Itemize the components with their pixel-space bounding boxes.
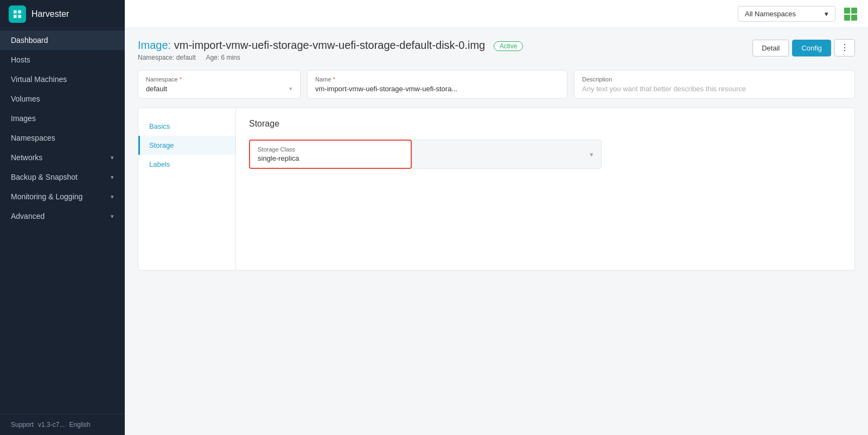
required-marker: * (180, 76, 182, 83)
support-link[interactable]: Support (11, 421, 34, 428)
name-value: vm-import-vmw-uefi-storage-vmw-uefi-stor… (315, 85, 559, 93)
svg-rect-1 (851, 8, 857, 14)
page-header: Image: vm-import-vmw-uefi-storage-vmw-ue… (138, 39, 855, 61)
app-name: Harvester (31, 9, 69, 19)
required-marker: * (333, 76, 335, 83)
page-content: Image: vm-import-vmw-uefi-storage-vmw-ue… (125, 28, 868, 435)
sidebar-item-namespaces[interactable]: Namespaces (0, 128, 125, 148)
sidebar-item-label: Dashboard (11, 36, 48, 45)
sidebar-item-networks[interactable]: Networks ▾ (0, 148, 125, 167)
description-label: Description (582, 76, 847, 83)
sidebar-item-advanced[interactable]: Advanced ▾ (0, 206, 125, 226)
namespace-selector[interactable]: All Namespaces ▾ (738, 6, 835, 22)
chevron-down-icon: ▾ (111, 154, 114, 161)
storage-class-label: Storage Class (258, 146, 403, 153)
grid-view-icon[interactable] (842, 5, 859, 23)
storage-section-title: Storage (249, 119, 841, 129)
detail-button[interactable]: Detail (752, 40, 789, 56)
sidebar-item-label: Advanced (11, 212, 44, 220)
svg-rect-2 (844, 15, 850, 21)
sidebar-item-label: Volumes (11, 94, 40, 103)
sidebar-item-hosts[interactable]: Hosts (0, 50, 125, 70)
config-nav-labels[interactable]: Labels (138, 155, 235, 174)
namespace-selector-label: All Namespaces (745, 10, 796, 18)
status-badge: Active (494, 41, 524, 51)
version-text: v1.3-c7... (38, 421, 65, 428)
sidebar: Harvester Dashboard Hosts Virtual Machin… (0, 0, 125, 435)
topbar: All Namespaces ▾ (125, 0, 868, 28)
description-value: Any text you want that better describes … (582, 85, 847, 93)
chevron-down-icon: ▾ (111, 193, 114, 200)
page-title: Image: vm-import-vmw-uefi-storage-vmw-ue… (138, 39, 523, 52)
namespace-dropdown-icon: ▾ (289, 85, 292, 92)
page-title-area: Image: vm-import-vmw-uefi-storage-vmw-ue… (138, 39, 523, 61)
sidebar-item-label: Virtual Machines (11, 75, 67, 84)
language-link[interactable]: English (69, 421, 90, 428)
sidebar-item-label: Images (11, 114, 36, 123)
storage-dropdown-icon: ▾ (590, 150, 593, 159)
sidebar-item-label: Monitoring & Logging (11, 192, 82, 201)
name-field: Name * vm-import-vmw-uefi-storage-vmw-ue… (307, 70, 567, 99)
namespace-field: Namespace * default ▾ (138, 70, 301, 99)
sidebar-item-label: Backup & Snapshot (11, 173, 78, 181)
config-nav-basics[interactable]: Basics (138, 117, 235, 136)
sidebar-item-label: Hosts (11, 55, 30, 64)
config-button[interactable]: Config (792, 40, 831, 56)
name-label: Name * (315, 76, 559, 83)
namespace-value[interactable]: default ▾ (146, 85, 292, 93)
storage-class-value-row: single-replica (258, 154, 403, 162)
config-main: Storage Storage Class single-replica ▾ (236, 108, 854, 270)
sidebar-item-backup-snapshot[interactable]: Backup & Snapshot ▾ (0, 167, 125, 187)
sidebar-item-virtual-machines[interactable]: Virtual Machines (0, 70, 125, 89)
main-content: All Namespaces ▾ Image: vm-import-vmw-ue… (125, 0, 868, 435)
chevron-down-icon: ▾ (111, 174, 114, 181)
page-actions: Detail Config ⋮ (752, 39, 855, 56)
app-logo: Harvester (0, 0, 125, 28)
sidebar-footer: Support v1.3-c7... English (0, 414, 125, 435)
sidebar-item-label: Namespaces (11, 134, 55, 142)
sidebar-item-label: Networks (11, 153, 42, 162)
page-meta: Namespace: default Age: 6 mins (138, 54, 523, 61)
sidebar-item-dashboard[interactable]: Dashboard (0, 30, 125, 50)
namespace-dropdown-icon: ▾ (825, 10, 828, 18)
logo-icon (9, 5, 26, 23)
sidebar-item-monitoring-logging[interactable]: Monitoring & Logging ▾ (0, 187, 125, 206)
description-field[interactable]: Description Any text you want that bette… (574, 70, 855, 99)
namespace-label: Namespace * (146, 76, 292, 83)
svg-rect-3 (851, 15, 857, 21)
content-card: Basics Storage Labels Storage Storage Cl… (138, 108, 855, 270)
config-sidebar: Basics Storage Labels (138, 108, 236, 270)
resource-name: vm-import-vmw-uefi-storage-vmw-uefi-stor… (174, 39, 485, 51)
sidebar-item-images[interactable]: Images (0, 109, 125, 128)
storage-class-value: single-replica (258, 154, 299, 162)
svg-rect-0 (844, 8, 850, 14)
sidebar-nav: Dashboard Hosts Virtual Machines Volumes… (0, 28, 125, 414)
chevron-down-icon: ▾ (111, 213, 114, 220)
form-fields-row: Namespace * default ▾ Name * vm-import-v… (138, 70, 855, 99)
namespace-meta: Namespace: default (138, 54, 196, 61)
config-nav-storage[interactable]: Storage (138, 136, 235, 155)
age-meta: Age: 6 mins (206, 54, 240, 61)
more-actions-button[interactable]: ⋮ (834, 39, 855, 56)
storage-extension-area: ▾ (412, 140, 602, 169)
title-prefix: Image: (138, 39, 171, 51)
storage-class-select[interactable]: Storage Class single-replica (249, 140, 412, 169)
storage-class-row: Storage Class single-replica ▾ (249, 140, 841, 169)
sidebar-item-volumes[interactable]: Volumes (0, 89, 125, 109)
